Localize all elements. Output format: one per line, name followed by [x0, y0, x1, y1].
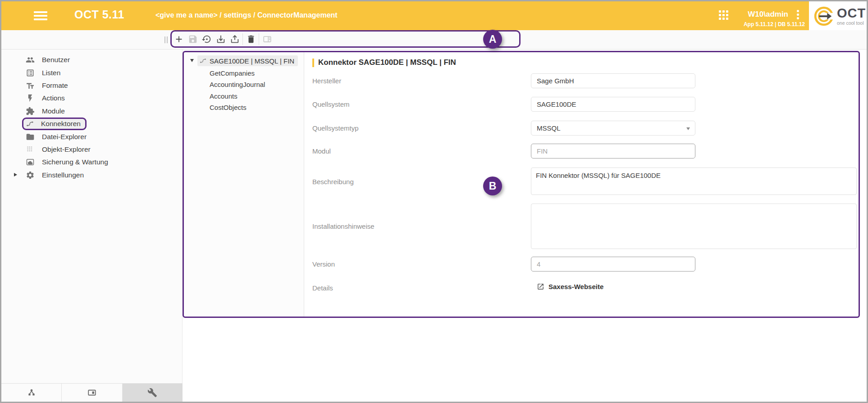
add-button[interactable]: [172, 32, 186, 46]
sidebar-item-label: Benutzer: [42, 56, 70, 64]
link-text: Saxess-Webseite: [548, 283, 603, 290]
tree-item[interactable]: AccountingJournal: [184, 79, 304, 90]
field-row-details: Details Saxess-Webseite: [305, 283, 859, 293]
upload-icon: [230, 34, 240, 44]
restore-icon: [202, 34, 212, 44]
quellsystem-input[interactable]: [531, 97, 695, 112]
toggle-panel-button[interactable]: [260, 32, 274, 46]
text-format-icon: [26, 81, 35, 90]
tree-root-label: SAGE100DE | MSSQL | FIN: [210, 57, 294, 65]
connector-icon: [26, 119, 35, 128]
field-row-quellsystem: Quellsystem: [305, 97, 859, 112]
gear-icon: [26, 171, 35, 180]
sidebar-item-module[interactable]: Module: [1, 105, 182, 118]
sidebar-item-label: Actions: [42, 94, 65, 102]
user-name[interactable]: W10\admin: [748, 10, 788, 19]
sidebar-item-einstellungen[interactable]: Einstellungen: [1, 169, 182, 181]
delete-button[interactable]: [244, 32, 258, 46]
logo-text: OCT: [837, 7, 866, 20]
field-label: Modul: [312, 144, 331, 158]
footer-tab-wrench[interactable]: [123, 384, 183, 402]
saxess-website-link[interactable]: Saxess-Webseite: [537, 283, 603, 290]
tree-root-item[interactable]: SAGE100DE | MSSQL | FIN: [197, 55, 298, 66]
app-title: OCT 5.11: [74, 8, 124, 21]
field-label: Beschreibung: [312, 178, 354, 186]
sidebar-item-objekt-explorer[interactable]: Objekt-Explorer: [1, 143, 182, 156]
connector-form: Konnektor SAGE100DE | MSSQL | FIN Herste…: [305, 52, 859, 317]
select-value: MSSQL: [537, 124, 561, 132]
footer-tab-hierarchy[interactable]: [1, 384, 62, 402]
sidebar-item-label: Module: [42, 107, 65, 115]
backup-icon: [26, 158, 35, 167]
tree-children: GetCompanies AccountingJournal Accounts …: [184, 68, 304, 113]
tree-item[interactable]: GetCompanies: [184, 68, 304, 79]
panel-icon: [262, 34, 272, 44]
field-label: Version: [312, 257, 335, 272]
sidebar-item-datei-explorer[interactable]: Datei-Explorer: [1, 130, 182, 143]
hersteller-input[interactable]: [531, 73, 695, 88]
sidebar-item-konnektoren[interactable]: Konnektoren: [1, 118, 182, 130]
quellsystemtyp-select[interactable]: MSSQL: [531, 121, 695, 136]
sidebar-item-label: Objekt-Explorer: [42, 145, 91, 154]
logo-tagline: one cool tool: [837, 21, 866, 26]
toolbar-separator: [259, 33, 259, 45]
field-label: Quellsystem: [312, 97, 350, 112]
save-button[interactable]: [186, 32, 200, 46]
field-row-quellsystemtyp: Quellsystemtyp MSSQL: [305, 121, 859, 136]
tree-collapse-icon[interactable]: [190, 59, 194, 62]
users-icon: [26, 55, 35, 64]
version-input[interactable]: [531, 257, 695, 272]
toolbar: [1, 30, 867, 50]
sidebar-item-label: Datei-Explorer: [42, 133, 87, 141]
resize-handle-icon[interactable]: [164, 36, 168, 43]
field-row-hersteller: Hersteller: [305, 73, 859, 88]
add-icon: [174, 34, 184, 44]
bolt-icon: [26, 94, 35, 103]
installationshinweise-textarea[interactable]: [531, 204, 857, 249]
field-label: Details: [312, 283, 333, 293]
konnektoren-annotation-box: Konnektoren: [22, 118, 87, 130]
menu-icon[interactable]: [34, 11, 47, 21]
toolbar-separator: [242, 33, 243, 45]
sidebar-nav: Benutzer Listen Formate Actions Module: [1, 54, 182, 181]
save-icon: [188, 34, 198, 44]
expand-arrow-icon[interactable]: [14, 173, 17, 177]
restore-button[interactable]: [200, 32, 214, 46]
modul-input[interactable]: [531, 144, 695, 158]
tree-item[interactable]: Accounts: [184, 91, 304, 102]
oct-logo: OCT one cool tool: [809, 1, 867, 31]
app-page: OCT 5.11 <give me a name> / settings / C…: [1, 1, 867, 402]
title-accent-bar: [312, 59, 314, 67]
field-label: Quellsystemtyp: [312, 121, 359, 136]
sidebar-item-label: Konnektoren: [41, 120, 81, 128]
sidebar-item-label: Einstellungen: [42, 171, 84, 179]
connector-tree: SAGE100DE | MSSQL | FIN GetCompanies Acc…: [184, 52, 304, 317]
sidebar-item-label: Listen: [42, 69, 60, 77]
sidebar-item-listen[interactable]: Listen: [1, 66, 182, 79]
upload-button[interactable]: [228, 32, 242, 46]
kebab-menu-icon[interactable]: [796, 10, 799, 21]
oct-logo-icon: [813, 6, 834, 27]
sidebar-item-sicherung-wartung[interactable]: Sicherung & Wartung: [1, 156, 182, 168]
sidebar-item-label: Formate: [42, 82, 68, 90]
form-title: Konnektor SAGE100DE | MSSQL | FIN: [318, 58, 456, 67]
field-label: Hersteller: [312, 73, 341, 88]
footer-tab-window[interactable]: [62, 384, 122, 402]
beschreibung-textarea[interactable]: FIN Konnektor (MSSQL) für SAGE100DE: [531, 168, 857, 195]
field-label: Installationshinweise: [312, 222, 375, 230]
sidebar-item-formate[interactable]: Formate: [1, 79, 182, 92]
sidebar-item-actions[interactable]: Actions: [1, 92, 182, 104]
annotation-b-marker: B: [483, 177, 502, 195]
sidebar-item-benutzer[interactable]: Benutzer: [1, 54, 182, 66]
apps-grid-icon[interactable]: [719, 10, 730, 21]
field-row-modul: Modul: [305, 144, 859, 158]
window-icon: [87, 388, 97, 398]
open-in-new-icon: [537, 283, 544, 290]
tree-item[interactable]: CostObjects: [184, 102, 304, 113]
list-icon: [26, 68, 35, 77]
folder-icon: [26, 132, 35, 141]
annotation-a-marker: A: [483, 30, 502, 49]
sidebar-item-label: Sicherung & Wartung: [42, 158, 108, 166]
hierarchy-icon: [27, 388, 37, 398]
download-button[interactable]: [214, 32, 228, 46]
